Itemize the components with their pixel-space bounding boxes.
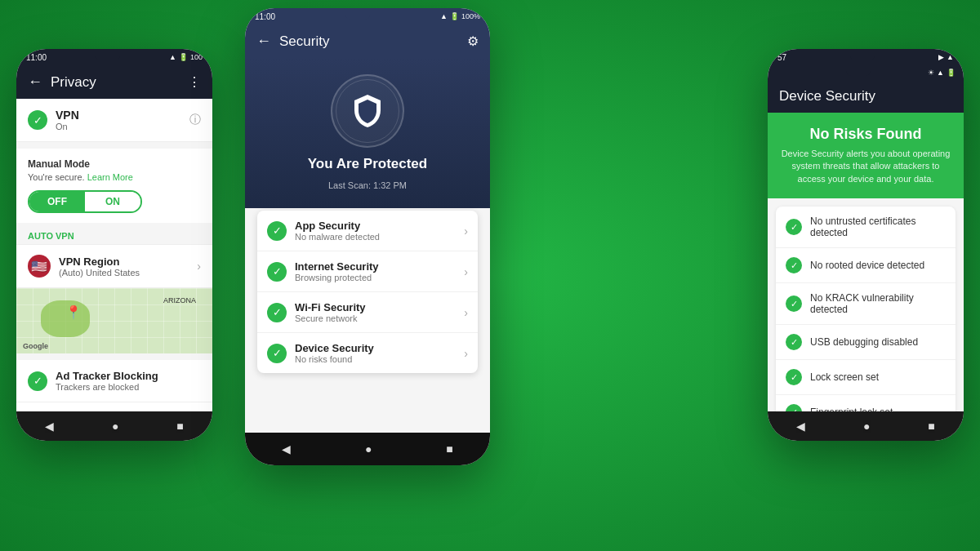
toggle-on-option[interactable]: ON (85, 192, 140, 211)
left-home-nav-btn[interactable]: ● (112, 420, 118, 433)
internet-security-chevron: › (464, 265, 468, 278)
vpn-region-title: VPN Region (59, 256, 189, 268)
ad-tracker-subtitle: Trackers are blocked (56, 382, 158, 392)
wifi-icon: ▲ (169, 53, 176, 61)
center-back-nav-btn[interactable]: ◀ (282, 442, 291, 455)
wifi-security-chevron: › (464, 306, 468, 319)
risk-item-1: ✓ No rooted device detected (776, 248, 956, 283)
center-battery-icon: 🔋 (450, 12, 459, 20)
ad-tracker-check-icon: ✓ (28, 371, 47, 391)
risk-label-2: No KRACK vulnerability detected (810, 292, 946, 315)
right-header-icons: ☀ ▲ 🔋 (928, 69, 956, 77)
manual-mode-title: Manual Mode (28, 158, 201, 170)
right-status-bar: 57 ▶ ▲ (768, 49, 964, 65)
left-app-header: ← Privacy ⋮ (16, 65, 212, 99)
left-phone: 11:00 ▲ 🔋 100 ← Privacy ⋮ ✓ VPN On ⓘ Man… (16, 49, 212, 441)
vpn-toggle[interactable]: OFF ON (28, 190, 142, 213)
left-back-nav-btn[interactable]: ◀ (45, 420, 54, 433)
center-recents-nav-btn[interactable]: ■ (446, 442, 452, 455)
device-security-title: Device Security (295, 342, 456, 354)
risk-item-0: ✓ No untrusted certificates detected (776, 207, 956, 248)
wifi-security-text: Wi-Fi Security Secure network (295, 301, 456, 323)
risk-item-3: ✓ USB debugging disabled (776, 325, 956, 360)
left-back-button[interactable]: ← (28, 73, 42, 91)
app-security-item[interactable]: ✓ App Security No malware detected › (257, 211, 478, 251)
right-notch (850, 54, 875, 60)
internet-security-subtitle: Browsing protected (295, 273, 456, 282)
device-security-content: No Risks Found Device Security alerts yo… (768, 113, 964, 411)
right-battery-icon2: 🔋 (947, 69, 956, 77)
right-app-header: Device Security (768, 80, 964, 113)
security-content: You Are Protected Last Scan: 1:32 PM ✓ A… (245, 58, 490, 433)
shield-area: You Are Protected Last Scan: 1:32 PM (308, 58, 427, 202)
risk-check-1: ✓ (786, 257, 802, 273)
device-security-subtitle: No risks found (295, 354, 456, 364)
protected-text: You Are Protected (308, 156, 427, 172)
vpn-info-icon[interactable]: ⓘ (189, 113, 201, 127)
left-status-icons: ▲ 🔋 100 (169, 53, 203, 61)
vpn-region-item[interactable]: 🇺🇸 VPN Region (Auto) United States › (16, 244, 212, 288)
toggle-off-option[interactable]: OFF (29, 192, 85, 211)
no-risks-title: No Risks Found (779, 126, 952, 143)
map-area: 📍 Google ARIZONA (16, 288, 212, 353)
vpn-region-chevron: › (197, 260, 201, 273)
right-time: 57 (777, 53, 786, 62)
right-nav-bar: ◀ ● ■ (768, 411, 964, 441)
right-header-title: Device Security (779, 88, 952, 104)
shield-circle (331, 74, 404, 148)
risk-item-4: ✓ Lock screen set (776, 360, 956, 395)
vpn-subtitle: On (56, 122, 181, 131)
manual-mode-subtitle: You're secure. Learn More (28, 172, 201, 182)
center-back-button[interactable]: ← (256, 33, 271, 50)
center-status-bar: 11:00 ▲ 🔋 100% (245, 8, 490, 24)
right-brightness-icon: ☀ (928, 69, 934, 77)
arizona-label: ARIZONA (163, 296, 196, 304)
left-notch (96, 54, 120, 60)
internet-security-title: Internet Security (295, 260, 456, 273)
risk-label-3: USB debugging disabled (810, 336, 918, 348)
wifi-security-check-icon: ✓ (267, 303, 287, 322)
vpn-title: VPN (56, 109, 181, 122)
battery-icon: 🔋 (179, 53, 188, 61)
right-recents-nav-btn[interactable]: ■ (928, 420, 934, 433)
wifi-security-title: Wi-Fi Security (295, 301, 456, 313)
ad-tracker-item[interactable]: ✓ Ad Tracker Blocking Trackers are block… (16, 360, 212, 402)
risk-check-5: ✓ (786, 404, 802, 411)
vpn-item-text: VPN On (56, 109, 181, 131)
left-recents-nav-btn[interactable]: ■ (176, 420, 183, 433)
right-play-icon: ▶ (938, 53, 944, 61)
device-security-text: Device Security No risks found (295, 342, 456, 364)
risk-item-2: ✓ No KRACK vulnerability detected (776, 283, 956, 325)
internet-security-item[interactable]: ✓ Internet Security Browsing protected › (257, 251, 478, 292)
us-flag-icon: 🇺🇸 (28, 255, 51, 278)
left-header-title: Privacy (51, 74, 180, 91)
block-ad-trackers-item[interactable]: Block Ad Trackers (16, 402, 212, 411)
app-security-chevron: › (464, 224, 468, 238)
no-risks-subtitle: Device Security alerts you about operati… (779, 148, 952, 185)
right-back-nav-btn[interactable]: ◀ (796, 420, 805, 433)
vpn-region-text: VPN Region (Auto) United States (59, 256, 189, 278)
shield-icon (351, 93, 384, 129)
risk-label-1: No rooted device detected (810, 260, 924, 271)
wifi-security-item[interactable]: ✓ Wi-Fi Security Secure network › (257, 292, 478, 333)
left-status-bar: 11:00 ▲ 🔋 100 (16, 49, 212, 65)
app-security-check-icon: ✓ (267, 221, 287, 241)
center-home-nav-btn[interactable]: ● (365, 442, 372, 455)
device-security-chevron: › (464, 347, 468, 360)
right-home-nav-btn[interactable]: ● (863, 420, 870, 433)
learn-more-link[interactable]: Learn More (87, 172, 133, 182)
center-notch (345, 13, 370, 20)
internet-security-check-icon: ✓ (267, 262, 287, 282)
security-list: ✓ App Security No malware detected › ✓ I… (257, 211, 478, 373)
risk-check-4: ✓ (786, 369, 802, 385)
center-time: 11:00 (255, 12, 275, 21)
internet-security-text: Internet Security Browsing protected (295, 260, 456, 282)
center-nav-bar: ◀ ● ■ (245, 433, 490, 465)
right-phone: 57 ▶ ▲ ☀ ▲ 🔋 Device Security No Risks Fo… (768, 49, 964, 441)
vpn-item[interactable]: ✓ VPN On ⓘ (16, 99, 212, 142)
device-security-item[interactable]: ✓ Device Security No risks found › (257, 333, 478, 373)
left-nav-bar: ◀ ● ■ (16, 411, 212, 441)
center-settings-icon[interactable]: ⚙ (467, 33, 479, 49)
left-header-settings-icon[interactable]: ⋮ (188, 74, 201, 90)
left-time: 11:00 (26, 53, 47, 62)
